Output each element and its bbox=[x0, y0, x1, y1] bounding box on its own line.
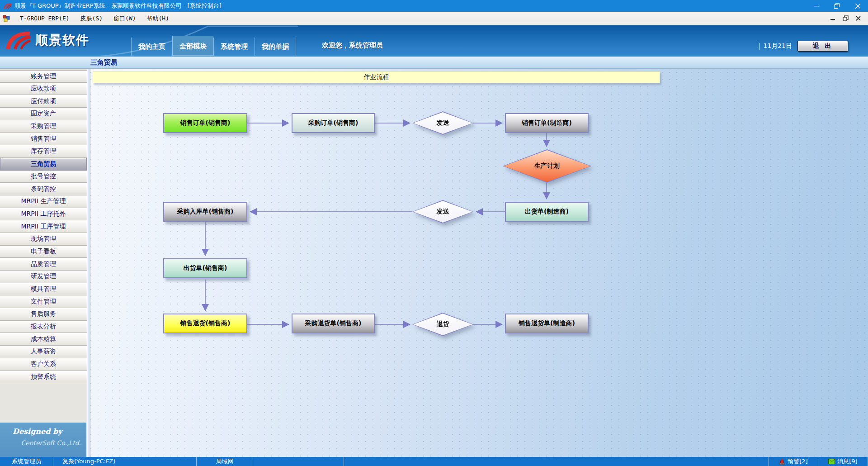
status-empty-cell bbox=[253, 457, 344, 466]
sidebar-item[interactable]: 三角贸易 bbox=[0, 158, 87, 171]
message-icon bbox=[828, 459, 835, 464]
menu-item[interactable]: 帮助(H) bbox=[142, 12, 175, 25]
sidebar-item[interactable]: 售后服务 bbox=[0, 308, 87, 321]
sidebar-item[interactable]: 报表分析 bbox=[0, 321, 87, 333]
alerts-label: 预警[2] bbox=[788, 457, 807, 466]
menu-item[interactable]: T-GROUP ERP(E) bbox=[14, 12, 75, 25]
flow-node-sr_seller[interactable]: 销售退货(销售商) bbox=[163, 314, 247, 333]
flow-node-ship_mfr[interactable]: 出货单(制造商) bbox=[505, 202, 589, 222]
brand-logo-text: 顺景软件 bbox=[35, 32, 90, 49]
restore-icon bbox=[843, 15, 849, 21]
window-titlebar: 顺景『T-GROUP』制造业ERP系统 - 东莞顺景软件科技有限公司 - [系统… bbox=[0, 0, 868, 12]
mdi-close-button[interactable] bbox=[852, 13, 864, 24]
mdi-form-icon bbox=[3, 15, 10, 22]
sidebar-item[interactable]: 固定资产 bbox=[0, 108, 87, 120]
header-tab[interactable]: 系统管理 bbox=[213, 38, 255, 56]
flow-node-so_mfr[interactable]: 销售订单(制造商) bbox=[505, 113, 589, 133]
window-close-button[interactable] bbox=[847, 0, 868, 12]
header-tab[interactable]: 我的单据 bbox=[255, 38, 296, 56]
breadcrumb: 三角贸易 bbox=[90, 58, 118, 67]
date-separator bbox=[759, 43, 760, 50]
sidebar-list: 账务管理应收款项应付款项固定资产采购管理销售管理库存管理三角贸易批号管控条码管控… bbox=[0, 69, 87, 383]
flow-node-ship_seller[interactable]: 出货单(销售商) bbox=[163, 258, 247, 278]
brand-logo-icon bbox=[5, 30, 32, 51]
sidebar-item[interactable]: 品质管理 bbox=[0, 258, 87, 271]
application-window: 顺景『T-GROUP』制造业ERP系统 - 东莞顺景软件科技有限公司 - [系统… bbox=[0, 0, 868, 466]
menu-items: T-GROUP ERP(E)皮肤(S)窗口(W)帮助(H) bbox=[14, 12, 175, 25]
flow-node-so_seller[interactable]: 销售订单(销售商) bbox=[163, 113, 247, 133]
sidebar-item[interactable]: MRPII 工序管理 bbox=[0, 220, 87, 233]
window-restore-button[interactable] bbox=[826, 0, 847, 12]
date-display: 11月21日 bbox=[759, 42, 792, 50]
status-host: 复杂(Young-PC:FZ) bbox=[53, 457, 197, 466]
status-bar: 系统管理员 复杂(Young-PC:FZ) 局域网 预警[2] 消息[9] bbox=[0, 457, 868, 466]
sidebar-item[interactable]: 研发管理 bbox=[0, 271, 87, 283]
current-date: 11月21日 bbox=[763, 42, 792, 50]
flow-node-prod_plan[interactable]: 生产计划 bbox=[503, 149, 591, 183]
sidebar-item[interactable]: 采购管理 bbox=[0, 120, 87, 133]
sidebar-item[interactable]: 文件管理 bbox=[0, 295, 87, 308]
minimize-icon bbox=[814, 4, 819, 9]
mdi-restore-button[interactable] bbox=[839, 13, 852, 24]
alert-icon bbox=[779, 458, 785, 465]
flow-node-send1[interactable]: 发送 bbox=[412, 111, 473, 135]
window-minimize-button[interactable] bbox=[806, 0, 826, 12]
sidebar-item[interactable]: 条码管控 bbox=[0, 183, 87, 195]
sidebar-item[interactable]: MRPII 生产管理 bbox=[0, 195, 87, 208]
flow-node-label: 发送 bbox=[412, 111, 473, 135]
flow-node-send2[interactable]: 发送 bbox=[412, 200, 473, 223]
flow-node-label: 生产计划 bbox=[503, 149, 591, 183]
flow-node-srn_mfr[interactable]: 销售退货单(制造商) bbox=[505, 314, 589, 333]
menu-item[interactable]: 窗口(W) bbox=[108, 12, 141, 25]
menu-item[interactable]: 皮肤(S) bbox=[75, 12, 108, 25]
sidebar-item[interactable]: 成本核算 bbox=[0, 333, 87, 346]
window-title: 顺景『T-GROUP』制造业ERP系统 - 东莞顺景软件科技有限公司 - [系统… bbox=[14, 2, 806, 10]
sidebar-item[interactable]: 人事薪资 bbox=[0, 346, 87, 358]
flow-node-return_d[interactable]: 退货 bbox=[412, 313, 473, 336]
sidebar-footer: Designed by CenterSoft Co.,Ltd. bbox=[0, 423, 86, 457]
sidebar-item[interactable]: 库存管理 bbox=[0, 145, 87, 158]
flow-node-label: 退货 bbox=[412, 313, 473, 336]
brand: 顺景软件 bbox=[5, 30, 90, 51]
designed-by-text: Designed by bbox=[0, 427, 86, 436]
module-sidebar: 账务管理应收款项应付款项固定资产采购管理销售管理库存管理三角贸易批号管控条码管控… bbox=[0, 69, 87, 457]
messages-label: 消息[9] bbox=[837, 457, 857, 466]
flow-node-pi_seller[interactable]: 采购入库单(销售商) bbox=[163, 202, 247, 222]
app-logo-icon bbox=[4, 2, 12, 10]
restore-icon bbox=[834, 3, 840, 9]
flow-node-label: 发送 bbox=[412, 200, 473, 223]
flow-node-pr_seller[interactable]: 采购退货单(销售商) bbox=[292, 314, 375, 333]
header-tab[interactable]: 全部模块 bbox=[172, 36, 213, 56]
sidebar-item[interactable]: 批号管控 bbox=[0, 171, 87, 183]
sidebar-item[interactable]: 模具管理 bbox=[0, 283, 87, 296]
status-alerts[interactable]: 预警[2] bbox=[769, 457, 818, 466]
app-header: 顺景软件 我的主页全部模块系统管理我的单据 欢迎您，系统管理员 11月21日 退… bbox=[0, 25, 868, 57]
main-area: 账务管理应收款项应付款项固定资产采购管理销售管理库存管理三角贸易批号管控条码管控… bbox=[0, 69, 868, 457]
tab-bar: 我的主页全部模块系统管理我的单据 bbox=[131, 36, 296, 56]
mdi-minimize-button[interactable] bbox=[826, 13, 839, 24]
sidebar-item[interactable]: 客户关系 bbox=[0, 358, 87, 371]
sidebar-item[interactable]: 账务管理 bbox=[0, 70, 87, 83]
minimize-icon bbox=[830, 16, 835, 21]
status-spacer bbox=[344, 457, 769, 466]
status-network: 局域网 bbox=[197, 457, 253, 466]
sidebar-item[interactable]: 应收款项 bbox=[0, 83, 87, 95]
header-tab[interactable]: 我的主页 bbox=[131, 38, 172, 56]
sidebar-item[interactable]: 应付款项 bbox=[0, 95, 87, 108]
status-user: 系统管理员 bbox=[0, 457, 53, 466]
flow-node-po_seller[interactable]: 采购订单(销售商) bbox=[292, 113, 375, 133]
sidebar-item[interactable]: 预警系统 bbox=[0, 371, 87, 384]
close-icon bbox=[855, 4, 860, 9]
sidebar-item[interactable]: 现场管理 bbox=[0, 233, 87, 246]
sidebar-item[interactable]: 电子看板 bbox=[0, 246, 87, 258]
flowchart-panel: 作业流程 bbox=[87, 69, 868, 457]
welcome-message: 欢迎您，系统管理员 bbox=[322, 41, 383, 50]
close-icon bbox=[856, 16, 861, 21]
sidebar-item[interactable]: MRPII 工序托外 bbox=[0, 208, 87, 221]
sidebar-item[interactable]: 销售管理 bbox=[0, 133, 87, 145]
status-messages[interactable]: 消息[9] bbox=[818, 457, 868, 466]
menu-bar: T-GROUP ERP(E)皮肤(S)窗口(W)帮助(H) bbox=[0, 12, 868, 25]
flow-nodes: 销售订单(销售商)采购订单(销售商)发送销售订单(制造商)生产计划出货单(制造商… bbox=[87, 69, 868, 457]
exit-button[interactable]: 退 出 bbox=[797, 41, 848, 52]
vendor-name-text: CenterSoft Co.,Ltd. bbox=[0, 439, 86, 447]
